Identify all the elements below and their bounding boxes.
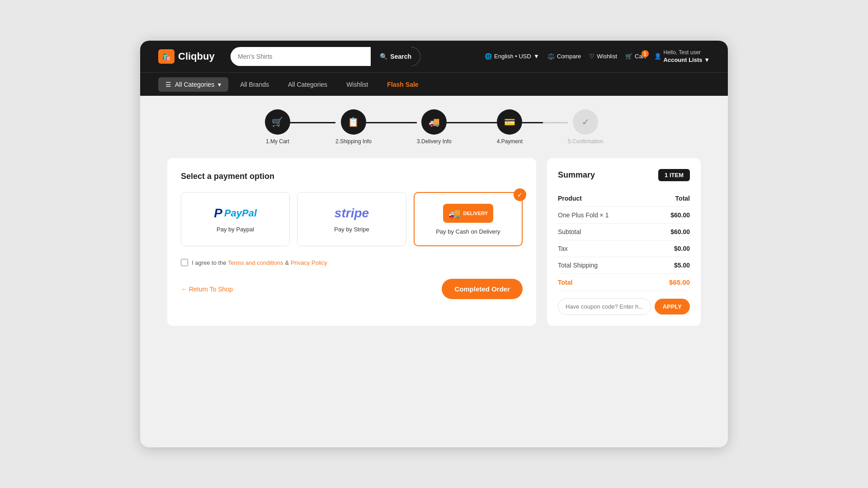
product-name-qty: One Plus Fold × 1 bbox=[558, 211, 609, 219]
subtotal-label: Subtotal bbox=[558, 228, 581, 235]
paypal-logo: P PayPal bbox=[214, 206, 257, 221]
total-row: Total $65.00 bbox=[558, 274, 690, 291]
apply-coupon-button[interactable]: APPLY bbox=[655, 299, 690, 314]
complete-order-button[interactable]: Completed Order bbox=[442, 279, 523, 299]
truck-icon: 🚚 bbox=[448, 207, 461, 219]
brand-name: Cliqbuy bbox=[178, 51, 215, 62]
delivery-option[interactable]: ✓ 🚚 DELIVERY Pay by Cash on Delivery bbox=[414, 192, 523, 246]
delivery-icon-wrap: 🚚 DELIVERY bbox=[443, 204, 494, 223]
summary-panel: Summary 1 ITEM Product Total One Plus Fo… bbox=[547, 158, 701, 326]
globe-icon: 🌐 bbox=[485, 53, 492, 60]
heart-icon: ♡ bbox=[589, 53, 594, 60]
chevron-down-icon: ▾ bbox=[218, 81, 221, 88]
terms-row: I agree to the Terms and conditions & Pr… bbox=[181, 259, 523, 266]
step-confirmation-label: 5.Confirmation bbox=[568, 138, 603, 145]
nav-flash-sale[interactable]: Flash Sale bbox=[380, 77, 425, 92]
step-shipping-label: 2.Shipping Info bbox=[335, 138, 372, 145]
logo[interactable]: 🛍️ Cliqbuy bbox=[158, 49, 222, 64]
grid-icon: ☰ bbox=[165, 81, 171, 88]
stripe-logo: stripe bbox=[335, 206, 369, 221]
tax-row: Tax $0.00 bbox=[558, 240, 690, 257]
search-input[interactable] bbox=[231, 53, 371, 60]
product-row: One Plus Fold × 1 $60.00 bbox=[558, 207, 690, 224]
search-bar: 🔍 Search bbox=[231, 47, 420, 66]
coupon-input[interactable] bbox=[558, 298, 651, 315]
paypal-option[interactable]: P PayPal Pay by Paypal bbox=[181, 192, 290, 246]
step-payment: 💳 4.Payment bbox=[497, 109, 523, 145]
language-selector[interactable]: 🌐 English • USD ▼ bbox=[485, 53, 539, 60]
step-cart-circle: 🛒 bbox=[265, 109, 290, 135]
step-payment-label: 4.Payment bbox=[497, 138, 523, 145]
payment-panel-title: Select a payment option bbox=[181, 172, 523, 181]
selected-checkmark: ✓ bbox=[514, 188, 526, 201]
coupon-row: APPLY bbox=[558, 298, 690, 315]
terms-link[interactable]: Terms and conditions bbox=[228, 259, 283, 266]
checkout-steps: 🛒 1.My Cart 📋 2.Shipping Info 🚚 3.Delive… bbox=[167, 109, 701, 145]
compare-icon: ⚖️ bbox=[547, 53, 555, 60]
step-cart: 🛒 1.My Cart bbox=[265, 109, 290, 145]
subtotal-row: Subtotal $60.00 bbox=[558, 224, 690, 240]
stripe-option[interactable]: stripe Pay by Stripe bbox=[297, 192, 406, 246]
nav-wishlist[interactable]: Wishlist bbox=[339, 77, 375, 92]
all-categories-button[interactable]: ☰ All Categories ▾ bbox=[158, 77, 228, 92]
account-lists: Account Lists ▼ bbox=[664, 56, 710, 64]
step-shipping: 📋 2.Shipping Info bbox=[335, 109, 372, 145]
user-greeting: Hello, Test user bbox=[664, 49, 710, 56]
tax-value: $0.00 bbox=[674, 245, 690, 252]
delivery-label: Pay by Cash on Delivery bbox=[436, 228, 500, 235]
payment-options: P PayPal Pay by Paypal stripe Pay by Str… bbox=[181, 192, 523, 246]
return-to-shop-link[interactable]: ← Return To Shop bbox=[181, 286, 233, 293]
tax-label: Tax bbox=[558, 245, 568, 252]
search-icon: 🔍 bbox=[380, 53, 387, 60]
step-delivery-circle: 🚚 bbox=[421, 109, 447, 135]
total-label: Total bbox=[558, 279, 572, 286]
user-icon: 👤 bbox=[654, 53, 661, 60]
step-shipping-circle: 📋 bbox=[341, 109, 366, 135]
cart-badge: 1 bbox=[642, 50, 649, 57]
summary-header: Summary 1 ITEM bbox=[558, 169, 690, 181]
nav-bar: ☰ All Categories ▾ All Brands All Catego… bbox=[140, 72, 728, 96]
wishlist-link[interactable]: ♡ Wishlist bbox=[589, 53, 617, 60]
content-grid: Select a payment option P PayPal Pay by … bbox=[167, 158, 701, 326]
terms-checkbox[interactable] bbox=[181, 259, 188, 266]
step-delivery: 🚚 3.Delivery Info bbox=[417, 109, 452, 145]
total-value: $65.00 bbox=[669, 278, 690, 286]
step-delivery-label: 3.Delivery Info bbox=[417, 138, 452, 145]
nav-all-brands[interactable]: All Brands bbox=[233, 77, 276, 92]
summary-column-header: Product Total bbox=[558, 190, 690, 207]
step-confirmation-circle: ✓ bbox=[573, 109, 598, 135]
step-confirmation: ✓ 5.Confirmation bbox=[568, 109, 603, 145]
header-actions: 🌐 English • USD ▼ ⚖️ Compare ♡ Wishlist … bbox=[485, 49, 710, 65]
item-count-badge: 1 ITEM bbox=[658, 169, 690, 181]
nav-all-categories[interactable]: All Categories bbox=[281, 77, 335, 92]
panel-footer: ← Return To Shop Completed Order bbox=[181, 279, 523, 299]
cart-link[interactable]: 🛒 1 Cart bbox=[625, 53, 646, 60]
payment-panel: Select a payment option P PayPal Pay by … bbox=[167, 158, 536, 326]
privacy-link[interactable]: Privacy Policy bbox=[291, 259, 327, 266]
search-button[interactable]: 🔍 Search bbox=[371, 47, 420, 66]
cart-icon: 🛒 bbox=[625, 53, 632, 60]
user-menu[interactable]: 👤 Hello, Test user Account Lists ▼ bbox=[654, 49, 710, 65]
shipping-value: $5.00 bbox=[674, 262, 690, 269]
chevron-icon: ▼ bbox=[533, 53, 539, 60]
summary-title: Summary bbox=[558, 170, 595, 180]
product-col-header: Product bbox=[558, 195, 582, 202]
step-cart-label: 1.My Cart bbox=[266, 138, 289, 145]
delivery-text: DELIVERY bbox=[463, 211, 488, 216]
shipping-row: Total Shipping $5.00 bbox=[558, 257, 690, 274]
step-payment-circle: 💳 bbox=[497, 109, 522, 135]
terms-text: I agree to the Terms and conditions & Pr… bbox=[192, 259, 327, 266]
logo-icon: 🛍️ bbox=[158, 49, 175, 64]
total-col-header: Total bbox=[675, 195, 690, 202]
paypal-label: Pay by Paypal bbox=[217, 226, 254, 233]
subtotal-value: $60.00 bbox=[670, 228, 690, 235]
stripe-label: Pay by Stripe bbox=[334, 226, 369, 233]
shipping-label: Total Shipping bbox=[558, 262, 598, 269]
product-price: $60.00 bbox=[670, 211, 690, 219]
compare-link[interactable]: ⚖️ Compare bbox=[547, 53, 581, 60]
